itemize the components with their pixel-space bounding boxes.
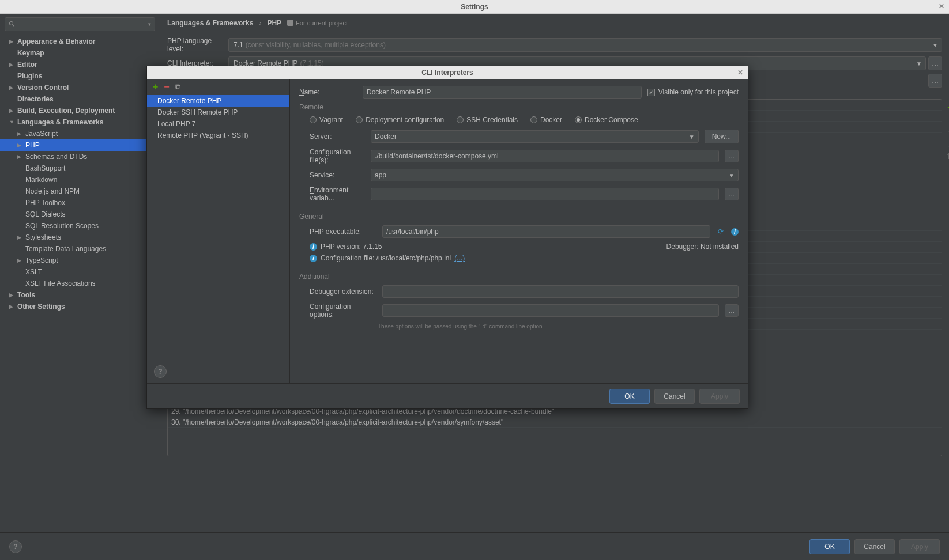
chevron-down-icon: ▼ bbox=[689, 134, 695, 140]
chevron-down-icon: ▼ bbox=[932, 42, 938, 48]
help-button[interactable]: ? bbox=[9, 540, 22, 553]
sidebar-item[interactable]: ▶Version Control bbox=[0, 82, 160, 93]
expand-icon: ▶ bbox=[9, 85, 15, 90]
svg-point-0 bbox=[10, 22, 13, 25]
sidebar-item-label: Appearance & Behavior bbox=[17, 37, 95, 46]
sidebar-item-label: Other Settings bbox=[17, 302, 65, 311]
sidebar-item-label: Schemas and DTDs bbox=[25, 153, 87, 161]
search-input[interactable]: ▾ bbox=[5, 17, 155, 31]
php-executable-input[interactable]: /usr/local/bin/php bbox=[382, 225, 710, 238]
radio-docker-compose[interactable]: Docker Compose bbox=[575, 116, 638, 124]
sidebar-item[interactable]: ▶Stylesheets bbox=[0, 232, 160, 243]
sidebar-item[interactable]: Plugins bbox=[0, 70, 160, 82]
browse-button[interactable]: … bbox=[725, 304, 739, 317]
cfg-opts-input[interactable] bbox=[382, 304, 719, 317]
interpreter-list-item[interactable]: Docker SSH Remote PHP bbox=[147, 107, 289, 118]
interpreter-list-panel: + − ⧉ Docker Remote PHPDocker SSH Remote… bbox=[147, 79, 290, 383]
sidebar-item[interactable]: XSLT bbox=[0, 266, 160, 278]
breadcrumb-root[interactable]: Languages & Frameworks bbox=[167, 19, 253, 27]
browse-button[interactable]: … bbox=[928, 74, 942, 88]
reload-icon[interactable]: ⟳ bbox=[716, 227, 725, 236]
sidebar-item[interactable]: Node.js and NPM bbox=[0, 186, 160, 197]
search-icon bbox=[9, 21, 16, 28]
cli-interpreters-dialog: CLI Interpreters ✕ + − ⧉ Docker Remote P… bbox=[146, 66, 748, 409]
breadcrumb-leaf[interactable]: PHP bbox=[267, 19, 281, 27]
name-label: Name: bbox=[299, 88, 357, 96]
dbg-ext-input[interactable] bbox=[382, 285, 739, 298]
radio-ssh[interactable]: SSH Credentials bbox=[457, 116, 518, 124]
sidebar-item[interactable]: ▶JavaScript bbox=[0, 128, 160, 139]
sidebar-item-label: PHP bbox=[25, 141, 40, 149]
expand-icon: ▶ bbox=[17, 258, 23, 263]
sidebar-item[interactable]: ▶Editor bbox=[0, 59, 160, 70]
sidebar-item[interactable]: ▶Build, Execution, Deployment bbox=[0, 105, 160, 116]
sort-icon[interactable]: ⇅ bbox=[947, 152, 950, 161]
close-icon[interactable]: ✕ bbox=[939, 2, 944, 10]
sidebar-item[interactable]: PHP Toolbox bbox=[0, 197, 160, 209]
config-file-link[interactable]: (...) bbox=[454, 254, 465, 262]
sidebar-item-label: PHP Toolbox bbox=[25, 199, 65, 207]
sidebar-item[interactable]: Markdown bbox=[0, 174, 160, 186]
sidebar-item[interactable]: SQL Dialects bbox=[0, 209, 160, 220]
sidebar-item[interactable]: ▶Appearance & Behavior bbox=[0, 36, 160, 47]
close-icon[interactable]: ✕ bbox=[737, 69, 743, 77]
browse-button[interactable]: … bbox=[725, 150, 739, 162]
radio-deployment[interactable]: Deployment configuration bbox=[356, 116, 444, 124]
new-server-button[interactable]: New... bbox=[705, 130, 739, 143]
server-select[interactable]: Docker ▼ bbox=[371, 130, 699, 143]
help-button[interactable]: ? bbox=[154, 365, 167, 378]
sidebar-item[interactable]: ▶Schemas and DTDs bbox=[0, 151, 160, 162]
ok-button[interactable]: OK bbox=[609, 389, 650, 404]
cancel-button[interactable]: Cancel bbox=[654, 389, 695, 404]
sidebar-item-label: XSLT bbox=[25, 268, 42, 276]
config-files-input[interactable]: ./build/container/tst/docker-compose.yml bbox=[371, 150, 719, 162]
php-version-text: PHP version: 7.1.15 bbox=[321, 243, 382, 251]
checkbox-icon: ✓ bbox=[647, 89, 655, 96]
sidebar-item[interactable]: BashSupport bbox=[0, 162, 160, 174]
sidebar-item[interactable]: ▶Tools bbox=[0, 289, 160, 301]
sidebar-item[interactable]: Template Data Languages bbox=[0, 243, 160, 255]
sidebar-item[interactable]: SQL Resolution Scopes bbox=[0, 220, 160, 232]
apply-button[interactable]: Apply bbox=[899, 539, 940, 554]
chevron-down-icon: ▾ bbox=[148, 21, 151, 27]
cancel-button[interactable]: Cancel bbox=[854, 539, 895, 554]
sidebar-item[interactable]: ▶Other Settings bbox=[0, 301, 160, 312]
browse-button[interactable]: … bbox=[725, 188, 739, 200]
ok-button[interactable]: OK bbox=[809, 539, 850, 554]
add-icon[interactable]: ＋ bbox=[946, 102, 950, 112]
info-icon[interactable]: i bbox=[731, 228, 739, 236]
php-language-level-select[interactable]: 7.1 (const visibility, nullables, multip… bbox=[228, 38, 942, 52]
sidebar-item[interactable]: XSLT File Associations bbox=[0, 278, 160, 289]
sidebar-item-label: Plugins bbox=[17, 72, 42, 80]
path-row[interactable]: 30. "/home/herberto/Development/workspac… bbox=[168, 417, 942, 428]
interpreter-list-item[interactable]: Remote PHP (Vagrant - SSH) bbox=[147, 130, 289, 141]
sidebar-item[interactable]: Directories bbox=[0, 93, 160, 105]
chevron-down-icon: ▼ bbox=[916, 60, 922, 67]
remove-icon[interactable]: − bbox=[164, 82, 169, 92]
visible-only-checkbox[interactable]: ✓ Visible only for this project bbox=[647, 88, 739, 96]
sidebar-item[interactable]: Keymap bbox=[0, 47, 160, 59]
dialog-title-bar: CLI Interpreters ✕ bbox=[147, 66, 748, 79]
sidebar-item-label: Stylesheets bbox=[25, 233, 61, 241]
service-select[interactable]: app ▼ bbox=[371, 169, 739, 181]
interpreter-list-item[interactable]: Docker Remote PHP bbox=[147, 95, 289, 107]
php-executable-label: PHP executable: bbox=[310, 228, 376, 236]
config-file-text: Configuration file: /usr/local/etc/php/p… bbox=[321, 254, 451, 262]
env-vars-input[interactable] bbox=[371, 188, 719, 200]
name-input[interactable]: Docker Remote PHP bbox=[363, 86, 642, 99]
sidebar-item[interactable]: ▼Languages & Frameworks bbox=[0, 116, 160, 128]
sidebar-item[interactable]: ▶TypeScript bbox=[0, 255, 160, 266]
copy-icon[interactable]: ⧉ bbox=[175, 82, 180, 92]
radio-vagrant[interactable]: Vagrant bbox=[310, 116, 343, 124]
apply-button[interactable]: Apply bbox=[699, 389, 740, 404]
window-title: Settings bbox=[461, 3, 488, 11]
sidebar-item-label: Directories bbox=[17, 95, 54, 103]
info-icon: i bbox=[310, 255, 317, 262]
expand-icon: ▶ bbox=[9, 108, 15, 113]
radio-docker[interactable]: Docker bbox=[530, 116, 562, 124]
browse-button[interactable]: … bbox=[928, 56, 942, 70]
add-icon[interactable]: + bbox=[153, 82, 158, 92]
interpreter-list-item[interactable]: Local PHP 7 bbox=[147, 118, 289, 130]
info-icon: i bbox=[310, 243, 317, 251]
sidebar-item[interactable]: ▶PHP bbox=[0, 139, 160, 151]
